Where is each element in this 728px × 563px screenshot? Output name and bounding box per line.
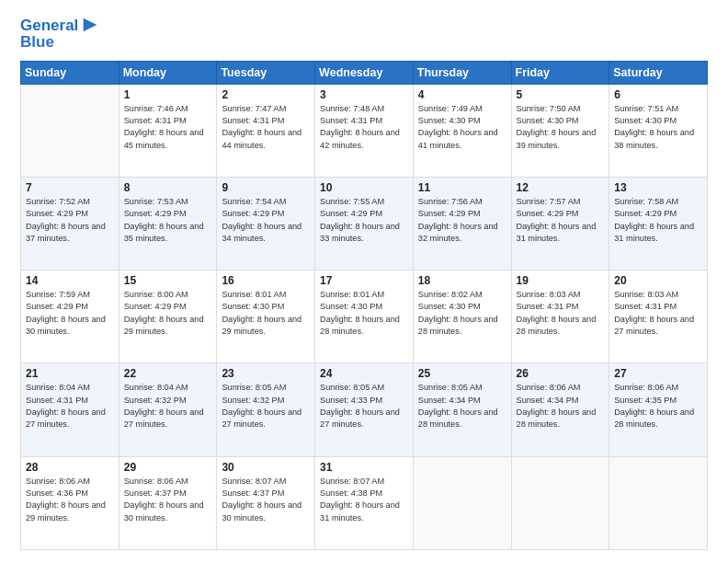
day-number: 12 bbox=[517, 181, 605, 194]
col-header-wednesday: Wednesday bbox=[315, 61, 414, 84]
day-number: 9 bbox=[222, 181, 310, 194]
calendar-cell: 31 Sunrise: 8:07 AMSunset: 4:38 PMDaylig… bbox=[315, 456, 414, 549]
calendar-cell: 24 Sunrise: 8:05 AMSunset: 4:33 PMDaylig… bbox=[315, 363, 414, 456]
cell-info: Sunrise: 7:52 AMSunset: 4:29 PMDaylight:… bbox=[26, 197, 106, 243]
calendar-cell bbox=[21, 84, 119, 177]
calendar-cell: 5 Sunrise: 7:50 AMSunset: 4:30 PMDayligh… bbox=[511, 84, 609, 177]
cell-info: Sunrise: 7:46 AMSunset: 4:31 PMDaylight:… bbox=[124, 104, 204, 150]
col-header-thursday: Thursday bbox=[413, 61, 511, 84]
calendar-cell: 9 Sunrise: 7:54 AMSunset: 4:29 PMDayligh… bbox=[217, 177, 315, 270]
day-number: 17 bbox=[320, 274, 408, 287]
day-number: 13 bbox=[614, 181, 702, 194]
day-number: 31 bbox=[320, 461, 408, 474]
cell-info: Sunrise: 7:54 AMSunset: 4:29 PMDaylight:… bbox=[222, 197, 301, 243]
calendar-cell bbox=[413, 456, 511, 549]
cell-info: Sunrise: 8:01 AMSunset: 4:30 PMDaylight:… bbox=[222, 290, 301, 336]
cell-info: Sunrise: 8:06 AMSunset: 4:34 PMDaylight:… bbox=[517, 383, 597, 429]
cell-info: Sunrise: 7:49 AMSunset: 4:30 PMDaylight:… bbox=[418, 104, 498, 150]
logo: General Blue bbox=[20, 17, 100, 52]
cell-info: Sunrise: 8:05 AMSunset: 4:32 PMDaylight:… bbox=[222, 383, 301, 429]
cell-info: Sunrise: 7:58 AMSunset: 4:29 PMDaylight:… bbox=[614, 197, 694, 243]
day-number: 28 bbox=[26, 461, 114, 474]
calendar-cell: 7 Sunrise: 7:52 AMSunset: 4:29 PMDayligh… bbox=[21, 177, 119, 270]
cell-info: Sunrise: 8:00 AMSunset: 4:29 PMDaylight:… bbox=[124, 290, 204, 336]
cell-info: Sunrise: 8:05 AMSunset: 4:34 PMDaylight:… bbox=[418, 383, 498, 429]
calendar-cell: 14 Sunrise: 7:59 AMSunset: 4:29 PMDaylig… bbox=[21, 270, 119, 363]
calendar-cell bbox=[511, 456, 609, 549]
day-number: 19 bbox=[517, 274, 605, 287]
cell-info: Sunrise: 7:57 AMSunset: 4:29 PMDaylight:… bbox=[517, 197, 597, 243]
day-number: 26 bbox=[517, 367, 605, 380]
day-number: 30 bbox=[222, 461, 310, 474]
svg-marker-0 bbox=[84, 18, 97, 32]
day-number: 21 bbox=[26, 367, 114, 380]
day-number: 5 bbox=[517, 88, 605, 101]
calendar-cell: 1 Sunrise: 7:46 AMSunset: 4:31 PMDayligh… bbox=[119, 84, 217, 177]
calendar-cell: 4 Sunrise: 7:49 AMSunset: 4:30 PMDayligh… bbox=[413, 84, 511, 177]
day-number: 6 bbox=[614, 88, 702, 101]
cell-info: Sunrise: 8:06 AMSunset: 4:37 PMDaylight:… bbox=[124, 477, 204, 523]
cell-info: Sunrise: 8:03 AMSunset: 4:31 PMDaylight:… bbox=[614, 290, 694, 336]
cell-info: Sunrise: 8:01 AMSunset: 4:30 PMDaylight:… bbox=[320, 290, 400, 336]
calendar-cell: 18 Sunrise: 8:02 AMSunset: 4:30 PMDaylig… bbox=[413, 270, 511, 363]
calendar-cell: 15 Sunrise: 8:00 AMSunset: 4:29 PMDaylig… bbox=[119, 270, 217, 363]
cell-info: Sunrise: 8:07 AMSunset: 4:37 PMDaylight:… bbox=[222, 477, 301, 523]
day-number: 24 bbox=[320, 367, 408, 380]
cell-info: Sunrise: 8:06 AMSunset: 4:35 PMDaylight:… bbox=[614, 383, 694, 429]
cell-info: Sunrise: 7:50 AMSunset: 4:30 PMDaylight:… bbox=[517, 104, 597, 150]
day-number: 4 bbox=[418, 88, 506, 101]
logo-icon bbox=[80, 15, 100, 35]
day-number: 27 bbox=[614, 367, 702, 380]
calendar-cell: 29 Sunrise: 8:06 AMSunset: 4:37 PMDaylig… bbox=[119, 456, 217, 549]
day-number: 10 bbox=[320, 181, 408, 194]
day-number: 25 bbox=[418, 367, 506, 380]
calendar-cell: 22 Sunrise: 8:04 AMSunset: 4:32 PMDaylig… bbox=[119, 363, 217, 456]
calendar-cell: 23 Sunrise: 8:05 AMSunset: 4:32 PMDaylig… bbox=[217, 363, 315, 456]
cell-info: Sunrise: 8:05 AMSunset: 4:33 PMDaylight:… bbox=[320, 383, 400, 429]
day-number: 22 bbox=[124, 367, 212, 380]
day-number: 14 bbox=[26, 274, 114, 287]
calendar-cell: 3 Sunrise: 7:48 AMSunset: 4:31 PMDayligh… bbox=[315, 84, 414, 177]
calendar-cell: 28 Sunrise: 8:06 AMSunset: 4:36 PMDaylig… bbox=[21, 456, 119, 549]
calendar-cell: 8 Sunrise: 7:53 AMSunset: 4:29 PMDayligh… bbox=[119, 177, 217, 270]
calendar-cell: 30 Sunrise: 8:07 AMSunset: 4:37 PMDaylig… bbox=[217, 456, 315, 549]
cell-info: Sunrise: 8:04 AMSunset: 4:31 PMDaylight:… bbox=[26, 383, 106, 429]
day-number: 20 bbox=[614, 274, 702, 287]
cell-info: Sunrise: 7:48 AMSunset: 4:31 PMDaylight:… bbox=[320, 104, 400, 150]
cell-info: Sunrise: 7:47 AMSunset: 4:31 PMDaylight:… bbox=[222, 104, 301, 150]
day-number: 1 bbox=[124, 88, 212, 101]
cell-info: Sunrise: 8:06 AMSunset: 4:36 PMDaylight:… bbox=[26, 477, 106, 523]
col-header-saturday: Saturday bbox=[609, 61, 708, 84]
cell-info: Sunrise: 8:02 AMSunset: 4:30 PMDaylight:… bbox=[418, 290, 498, 336]
day-number: 2 bbox=[222, 88, 310, 101]
cell-info: Sunrise: 7:59 AMSunset: 4:29 PMDaylight:… bbox=[26, 290, 106, 336]
day-number: 23 bbox=[222, 367, 310, 380]
day-number: 8 bbox=[124, 181, 212, 194]
cell-info: Sunrise: 8:03 AMSunset: 4:31 PMDaylight:… bbox=[517, 290, 597, 336]
day-number: 7 bbox=[26, 181, 114, 194]
page-header: General Blue bbox=[20, 17, 708, 52]
cell-info: Sunrise: 8:07 AMSunset: 4:38 PMDaylight:… bbox=[320, 477, 400, 523]
day-number: 18 bbox=[418, 274, 506, 287]
col-header-friday: Friday bbox=[511, 61, 609, 84]
calendar-cell: 6 Sunrise: 7:51 AMSunset: 4:30 PMDayligh… bbox=[609, 84, 708, 177]
day-number: 3 bbox=[320, 88, 408, 101]
calendar-cell: 25 Sunrise: 8:05 AMSunset: 4:34 PMDaylig… bbox=[413, 363, 511, 456]
calendar-cell: 11 Sunrise: 7:56 AMSunset: 4:29 PMDaylig… bbox=[413, 177, 511, 270]
calendar-cell: 19 Sunrise: 8:03 AMSunset: 4:31 PMDaylig… bbox=[511, 270, 609, 363]
cell-info: Sunrise: 7:53 AMSunset: 4:29 PMDaylight:… bbox=[124, 197, 204, 243]
calendar-cell: 13 Sunrise: 7:58 AMSunset: 4:29 PMDaylig… bbox=[609, 177, 708, 270]
logo-text-line2: Blue bbox=[20, 33, 100, 52]
calendar-cell bbox=[609, 456, 708, 549]
calendar-cell: 12 Sunrise: 7:57 AMSunset: 4:29 PMDaylig… bbox=[511, 177, 609, 270]
day-number: 11 bbox=[418, 181, 506, 194]
calendar-table: SundayMondayTuesdayWednesdayThursdayFrid… bbox=[20, 61, 708, 550]
logo-text-line1: General bbox=[20, 17, 78, 35]
calendar-cell: 21 Sunrise: 8:04 AMSunset: 4:31 PMDaylig… bbox=[21, 363, 119, 456]
calendar-cell: 27 Sunrise: 8:06 AMSunset: 4:35 PMDaylig… bbox=[609, 363, 708, 456]
calendar-cell: 2 Sunrise: 7:47 AMSunset: 4:31 PMDayligh… bbox=[217, 84, 315, 177]
calendar-cell: 10 Sunrise: 7:55 AMSunset: 4:29 PMDaylig… bbox=[315, 177, 414, 270]
cell-info: Sunrise: 7:55 AMSunset: 4:29 PMDaylight:… bbox=[320, 197, 400, 243]
cell-info: Sunrise: 7:56 AMSunset: 4:29 PMDaylight:… bbox=[418, 197, 498, 243]
cell-info: Sunrise: 8:04 AMSunset: 4:32 PMDaylight:… bbox=[124, 383, 204, 429]
